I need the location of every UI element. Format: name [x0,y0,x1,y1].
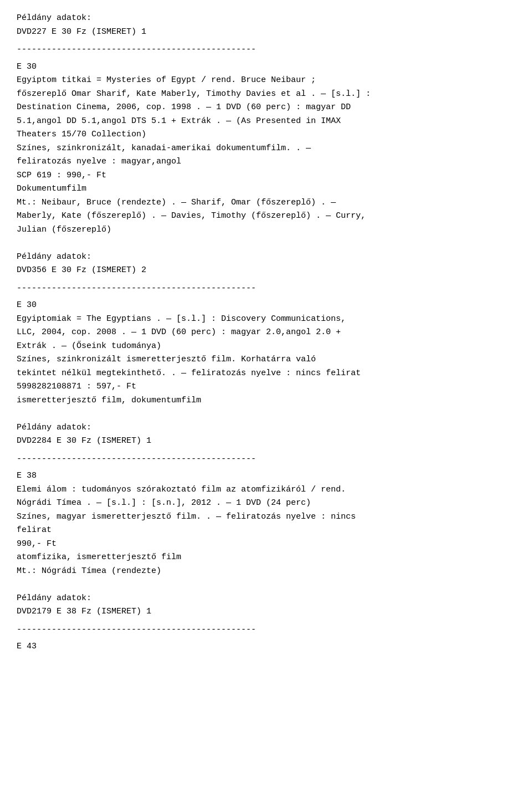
e30-first-line7: feliratozás nyelve : magyar,angol [17,156,515,168]
e38-line3: Színes, magyar ismeretterjesztő film. . … [17,511,515,524]
e30-first-line12: Julian (főszereplő) [17,224,515,237]
e30-second-example-label: Példány adatok: [17,422,515,434]
divider-1: ----------------------------------------… [17,44,515,57]
e30-first-example-label: Példány adatok: [17,251,515,264]
intro-section: Példány adatok: DVD227 E 30 Fz (ISMERET)… [17,12,515,38]
e30-first-section: E 30 Egyiptom titkai = Mysteries of Egyp… [17,61,515,277]
e43-label: E 43 [17,641,515,653]
e38-line5: 990,- Ft [17,538,515,551]
intro-line2: DVD227 E 30 Fz (ISMERET) 1 [17,26,515,39]
e30-second-line7: ismeretterjesztő film, dokumentumfilm [17,395,515,407]
e30-second-section: E 30 Egyiptomiak = The Egyptians . — [s.… [17,299,515,448]
intro-line1: Példány adatok: [17,12,515,25]
e43-section: E 43 [17,641,515,653]
divider-4: ----------------------------------------… [17,624,515,637]
e30-second-line1: Egyiptomiak = The Egyptians . — [s.l.] :… [17,313,515,326]
page-content: Példány adatok: DVD227 E 30 Fz (ISMERET)… [17,12,515,653]
e30-second-line2: LLC, 2004, cop. 2008 . — 1 DVD (60 perc)… [17,326,515,339]
e30-first-line5: Theaters 15/70 Collection) [17,129,515,141]
e38-line4: felirat [17,524,515,537]
e30-second-line3: Extrák . — (Őseink tudománya) [17,340,515,353]
e30-first-line2: főszereplő Omar Sharif, Kate Maberly, Ti… [17,88,515,101]
e30-first-label: E 30 [17,61,515,74]
e30-second-label: E 30 [17,299,515,312]
e30-second-line4: Színes, szinkronizált ismeretterjesztő f… [17,354,515,366]
e30-first-line1: Egyiptom titkai = Mysteries of Egypt / r… [17,74,515,87]
e30-first-line10: Mt.: Neibaur, Bruce (rendezte) . — Shari… [17,197,515,209]
divider-3: ----------------------------------------… [17,453,515,466]
e38-label: E 38 [17,470,515,483]
e30-first-line11: Maberly, Kate (főszereplő) . — Davies, T… [17,210,515,223]
e30-second-line6: 5998282108871 : 597,- Ft [17,381,515,393]
e38-line6: atomfizika, ismeretterjesztő film [17,551,515,564]
e38-line2: Nógrádi Tímea . — [s.l.] : [s.n.], 2012 … [17,497,515,510]
e38-line7: Mt.: Nógrádi Tímea (rendezte) [17,565,515,578]
e38-section: E 38 Elemi álom : tudományos szórakoztat… [17,470,515,618]
e30-first-line9: Dokumentumfilm [17,183,515,196]
e30-first-line3: Destination Cinema, 2006, cop. 1998 . — … [17,101,515,114]
e30-first-example-row: DVD356 E 30 Fz (ISMERET) 2 [17,264,515,277]
e30-second-example-row: DVD2284 E 30 Fz (ISMERET) 1 [17,435,515,448]
e30-first-line8: SCP 619 : 990,- Ft [17,170,515,182]
e38-example-label: Példány adatok: [17,592,515,605]
e38-example-row: DVD2179 E 38 Fz (ISMERET) 1 [17,606,515,618]
e30-first-line6: Színes, szinkronizált, kanadai-amerikai … [17,142,515,155]
e30-first-line4: 5.1,angol DD 5.1,angol DTS 5.1 + Extrák … [17,115,515,128]
e38-line1: Elemi álom : tudományos szórakoztató fil… [17,484,515,497]
divider-2: ----------------------------------------… [17,283,515,295]
e30-second-line5: tekintet nélkül megtekinthető. . — felir… [17,367,515,380]
